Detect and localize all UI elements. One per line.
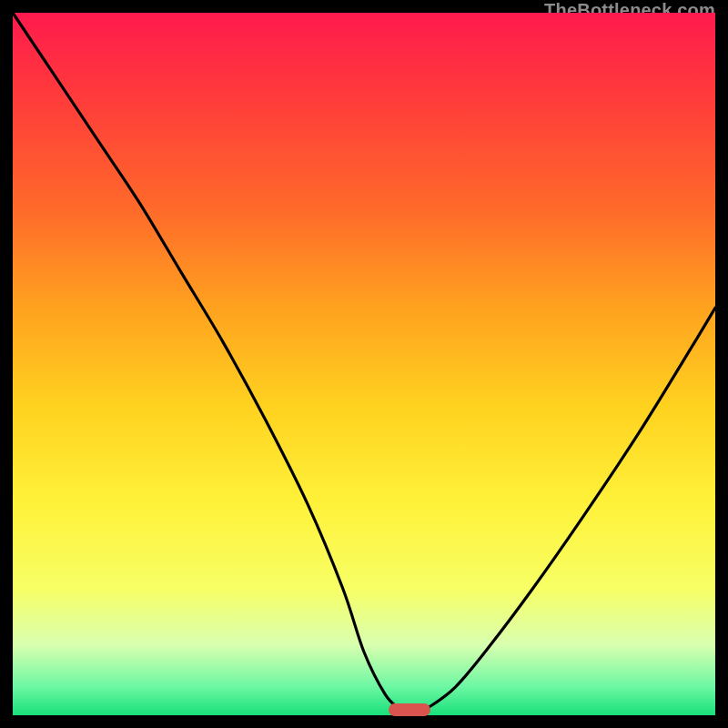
chart-frame: TheBottleneck.com — [0, 0, 728, 728]
bottleneck-curve — [13, 13, 715, 715]
curve-svg — [13, 13, 715, 715]
plot-area — [13, 13, 715, 715]
optimal-marker — [389, 703, 430, 716]
